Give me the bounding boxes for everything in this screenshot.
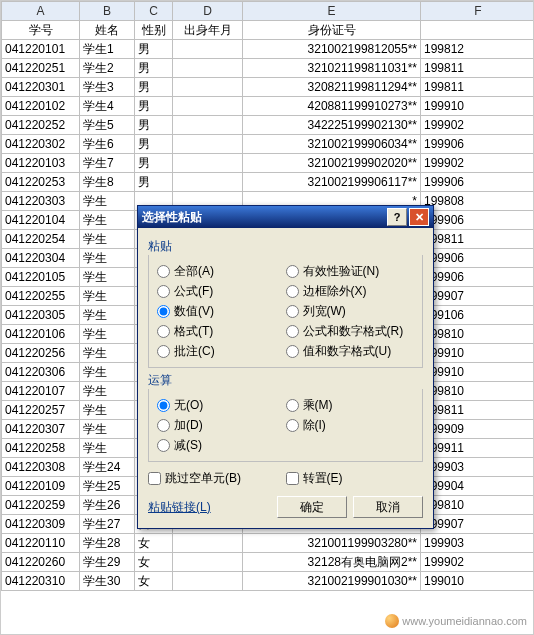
cell[interactable]: 199811 (421, 59, 535, 78)
cell[interactable]: 041220308 (2, 458, 80, 477)
cell[interactable]: 199907 (421, 287, 535, 306)
cell[interactable]: 学生8 (80, 173, 135, 192)
cell[interactable]: 199904 (421, 477, 535, 496)
cell[interactable]: 学生3 (80, 78, 135, 97)
cell[interactable]: 321002199812055** (243, 40, 421, 59)
cell[interactable] (173, 116, 243, 135)
cell[interactable] (173, 59, 243, 78)
transpose-checkbox[interactable]: 转置(E) (286, 468, 424, 488)
cell[interactable]: 041220302 (2, 135, 80, 154)
cell[interactable]: 学生6 (80, 135, 135, 154)
cell[interactable]: 041220305 (2, 306, 80, 325)
cell[interactable]: 041220110 (2, 534, 80, 553)
cell[interactable]: 321002199902020** (243, 154, 421, 173)
col-header[interactable]: C (135, 2, 173, 21)
header-cell[interactable]: 学号 (2, 21, 80, 40)
col-header[interactable]: B (80, 2, 135, 21)
cell[interactable]: 199811 (421, 230, 535, 249)
radio-option[interactable]: 乘(M) (286, 395, 415, 415)
cell[interactable] (173, 553, 243, 572)
cell[interactable]: 199810 (421, 325, 535, 344)
cell[interactable]: 学生29 (80, 553, 135, 572)
cell[interactable]: 女 (135, 534, 173, 553)
radio-option[interactable]: 无(O) (157, 395, 286, 415)
cell[interactable]: 041220303 (2, 192, 80, 211)
cell[interactable]: 041220310 (2, 572, 80, 591)
cell[interactable]: 学生 (80, 211, 135, 230)
radio-option[interactable]: 公式和数字格式(R) (286, 321, 415, 341)
cell[interactable]: 041220102 (2, 97, 80, 116)
cell[interactable]: 199811 (421, 78, 535, 97)
cell[interactable]: 学生24 (80, 458, 135, 477)
cell[interactable]: 学生4 (80, 97, 135, 116)
cell[interactable]: 学生 (80, 192, 135, 211)
cell[interactable]: 学生7 (80, 154, 135, 173)
col-header[interactable]: A (2, 2, 80, 21)
radio-option[interactable]: 有效性验证(N) (286, 261, 415, 281)
header-cell[interactable]: 身份证号 (243, 21, 421, 40)
cell[interactable]: 学生25 (80, 477, 135, 496)
cell[interactable]: 199810 (421, 496, 535, 515)
ok-button[interactable]: 确定 (277, 496, 347, 518)
cell[interactable]: 041220104 (2, 211, 80, 230)
cell[interactable]: 学生30 (80, 572, 135, 591)
cell[interactable]: 041220260 (2, 553, 80, 572)
cell[interactable]: 199906 (421, 173, 535, 192)
cell[interactable] (173, 78, 243, 97)
radio-option[interactable]: 除(I) (286, 415, 415, 435)
radio-option[interactable]: 边框除外(X) (286, 281, 415, 301)
cell[interactable]: 199010 (421, 572, 535, 591)
col-header[interactable]: F (421, 2, 535, 21)
cell[interactable]: 199906 (421, 135, 535, 154)
cell[interactable]: 学生 (80, 439, 135, 458)
cell[interactable]: 学生 (80, 401, 135, 420)
cell[interactable]: 199903 (421, 534, 535, 553)
cell[interactable]: 学生 (80, 363, 135, 382)
radio-option[interactable]: 减(S) (157, 435, 286, 455)
cell[interactable]: 学生 (80, 249, 135, 268)
cell[interactable]: 041220255 (2, 287, 80, 306)
cell[interactable]: 男 (135, 78, 173, 97)
cell[interactable] (173, 40, 243, 59)
col-header[interactable]: D (173, 2, 243, 21)
cell[interactable]: 男 (135, 59, 173, 78)
cell[interactable]: 199907 (421, 515, 535, 534)
cell[interactable]: 199911 (421, 439, 535, 458)
cell[interactable]: 041220256 (2, 344, 80, 363)
cancel-button[interactable]: 取消 (353, 496, 423, 518)
cell[interactable]: 041220306 (2, 363, 80, 382)
cell[interactable]: 学生 (80, 382, 135, 401)
cell[interactable]: 女 (135, 553, 173, 572)
cell[interactable]: 男 (135, 116, 173, 135)
skip-blanks-checkbox[interactable]: 跳过空单元(B) (148, 468, 286, 488)
cell[interactable]: 男 (135, 135, 173, 154)
cell[interactable]: 199910 (421, 363, 535, 382)
col-header[interactable]: E (243, 2, 421, 21)
cell[interactable]: 041220257 (2, 401, 80, 420)
cell[interactable]: 199902 (421, 553, 535, 572)
cell[interactable]: 041220307 (2, 420, 80, 439)
radio-option[interactable]: 列宽(W) (286, 301, 415, 321)
cell[interactable]: 199906 (421, 211, 535, 230)
header-cell[interactable]: 性别 (135, 21, 173, 40)
cell[interactable] (173, 173, 243, 192)
radio-option[interactable]: 公式(F) (157, 281, 286, 301)
cell[interactable]: 041220109 (2, 477, 80, 496)
radio-option[interactable]: 全部(A) (157, 261, 286, 281)
cell[interactable]: 199909 (421, 420, 535, 439)
cell[interactable]: 041220103 (2, 154, 80, 173)
close-icon[interactable]: ✕ (409, 208, 429, 226)
cell[interactable] (173, 534, 243, 553)
cell[interactable]: 320821199811294** (243, 78, 421, 97)
cell[interactable]: 199902 (421, 154, 535, 173)
cell[interactable] (173, 97, 243, 116)
cell[interactable]: 199906 (421, 268, 535, 287)
cell[interactable] (173, 135, 243, 154)
cell[interactable]: 男 (135, 97, 173, 116)
cell[interactable]: 学生5 (80, 116, 135, 135)
cell[interactable]: 041220253 (2, 173, 80, 192)
cell[interactable]: 学生27 (80, 515, 135, 534)
cell[interactable]: 男 (135, 173, 173, 192)
radio-option[interactable]: 批注(C) (157, 341, 286, 361)
help-icon[interactable]: ? (387, 208, 407, 226)
